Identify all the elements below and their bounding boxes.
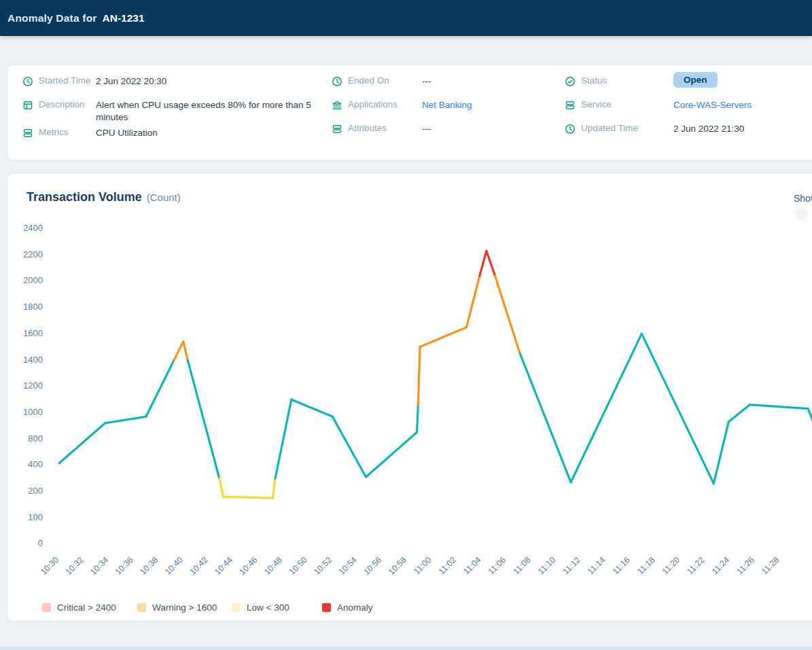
x-axis-tick-label: 11:10 xyxy=(536,555,557,576)
legend-swatch xyxy=(137,603,146,612)
x-axis-tick-label: 10:42 xyxy=(188,555,209,577)
page-title: Anomaly Data for xyxy=(7,12,97,24)
y-axis-tick-label: 800 xyxy=(28,433,43,444)
x-axis-tick-label: 11:12 xyxy=(561,555,582,576)
y-axis-tick-label: 1200 xyxy=(23,380,43,391)
line-segment-yellow xyxy=(223,496,272,498)
x-axis-tick-label: 10:52 xyxy=(312,555,334,577)
check-circle-icon xyxy=(565,76,576,87)
legend-label: Warning > 1600 xyxy=(152,602,217,613)
legend-item: Critical > 2400 xyxy=(42,602,116,613)
show-toggle[interactable] xyxy=(796,208,808,220)
stack-icon xyxy=(22,128,33,139)
line-segment-orange xyxy=(174,342,183,360)
ended-on-label: Ended On xyxy=(348,75,422,86)
x-axis-tick-label: 11:00 xyxy=(412,555,433,576)
started-time-value: 2 Jun 2022 20:30 xyxy=(96,75,166,88)
y-axis-tick-label: 2200 xyxy=(23,249,43,259)
legend-swatch xyxy=(232,603,241,612)
line-segment-teal xyxy=(728,405,749,422)
updated-time-label: Updated Time xyxy=(581,123,673,133)
line-segment-teal xyxy=(417,405,418,433)
info-row-status: Status Open xyxy=(565,75,812,88)
clock-icon xyxy=(332,76,342,87)
info-row-metrics: Metrics CPU Utilization xyxy=(22,127,328,139)
info-row-description: Description Alert when CPU usage exceeds… xyxy=(22,99,328,124)
x-axis-tick-label: 10:40 xyxy=(163,555,185,577)
updated-time-value: 2 Jun 2022 21:30 xyxy=(673,123,744,135)
legend-item: Low < 300 xyxy=(232,602,289,613)
info-row-applications: Applications Net Banking xyxy=(332,99,556,111)
x-axis-tick-label: 10:34 xyxy=(88,555,110,577)
show-toggle-label[interactable]: Show xyxy=(794,193,812,204)
app-header: Anomaly Data for AN-1231 xyxy=(0,0,812,36)
line-segment-teal xyxy=(713,422,728,484)
line-segment-teal xyxy=(292,399,332,416)
line-segment-red xyxy=(487,251,495,276)
line-segment-orange xyxy=(418,347,420,405)
info-row-updated-time: Updated Time 2 Jun 2022 21:30 xyxy=(565,123,812,135)
chart-legend: Critical > 2400Warning > 1600Low < 300An… xyxy=(7,602,812,619)
y-axis-tick-label: 400 xyxy=(28,459,43,469)
line-segment-teal xyxy=(146,360,174,416)
clock-icon xyxy=(22,76,33,87)
line-segment-red xyxy=(480,251,487,276)
x-axis-tick-label: 10:32 xyxy=(64,555,86,577)
legend-item: Anomaly xyxy=(322,602,373,613)
x-axis-tick-label: 11:02 xyxy=(437,555,458,576)
info-column-2: Ended On --- Applications Net Banking At… xyxy=(332,65,556,135)
y-axis-tick-label: 1800 xyxy=(23,302,43,312)
applications-link[interactable]: Net Banking xyxy=(422,99,472,111)
ended-on-value: --- xyxy=(422,75,431,88)
x-axis-tick-label: 11:06 xyxy=(487,555,508,576)
status-badge: Open xyxy=(673,72,718,88)
transaction-volume-chart: 0100200400800100012001400160018002000220… xyxy=(7,174,812,622)
legend-swatch xyxy=(322,603,331,612)
line-segment-orange xyxy=(495,276,520,353)
x-axis-tick-label: 11:24 xyxy=(710,555,731,576)
x-axis-tick-label: 10:46 xyxy=(238,555,260,577)
table-icon xyxy=(22,100,33,111)
line-segment-teal xyxy=(59,423,105,463)
x-axis-tick-label: 10:56 xyxy=(361,555,383,577)
line-segment-teal xyxy=(188,360,219,478)
x-axis-tick-label: 11:08 xyxy=(511,555,532,576)
x-axis-tick-label: 10:58 xyxy=(387,555,408,577)
y-axis-tick-label: 2000 xyxy=(23,275,43,285)
legend-item: Warning > 1600 xyxy=(137,602,217,613)
bank-icon xyxy=(332,100,342,111)
x-axis-tick-label: 10:38 xyxy=(138,555,160,577)
description-label: Description xyxy=(39,99,96,109)
line-segment-yellow xyxy=(219,478,223,496)
line-segment-orange xyxy=(420,327,467,347)
y-axis-tick-label: 0 xyxy=(38,538,43,548)
line-segment-teal xyxy=(275,399,292,478)
info-row-ended-on: Ended On --- xyxy=(332,75,556,88)
info-column-3: Status Open Service Core-WAS-Servers Upd… xyxy=(565,65,812,135)
chart-title: Transaction Volume xyxy=(27,190,142,204)
service-link[interactable]: Core-WAS-Servers xyxy=(673,99,752,111)
chart-unit-label: (Count) xyxy=(147,192,181,203)
status-label: Status xyxy=(581,75,673,86)
line-segment-orange xyxy=(183,342,188,360)
y-axis-tick-label: 2400 xyxy=(23,223,43,233)
x-axis-tick-label: 10:30 xyxy=(39,555,60,577)
x-axis-tick-label: 10:44 xyxy=(213,555,234,577)
x-axis-tick-label: 10:36 xyxy=(113,555,135,577)
metrics-value: CPU Utilization xyxy=(96,127,158,139)
x-axis-tick-label: 10:54 xyxy=(337,555,359,577)
line-segment-teal xyxy=(749,405,808,409)
line-segment-teal xyxy=(520,353,571,482)
legend-swatch xyxy=(42,603,51,612)
y-axis-tick-label: 1600 xyxy=(23,328,43,338)
y-axis-tick-label: 200 xyxy=(28,486,43,496)
info-row-attributes: Attributes --- xyxy=(332,123,556,135)
x-axis-tick-label: 10:48 xyxy=(262,555,284,577)
line-segment-teal xyxy=(571,333,641,482)
anomaly-id: AN-1231 xyxy=(103,12,145,24)
line-segment-teal xyxy=(366,433,417,477)
x-axis-tick-label: 11:26 xyxy=(735,555,756,576)
info-column-1: Started Time 2 Jun 2022 20:30 Descriptio… xyxy=(22,65,328,139)
description-value: Alert when CPU usage exceeds 80% for mor… xyxy=(96,99,320,124)
line-segment-teal xyxy=(808,409,812,451)
